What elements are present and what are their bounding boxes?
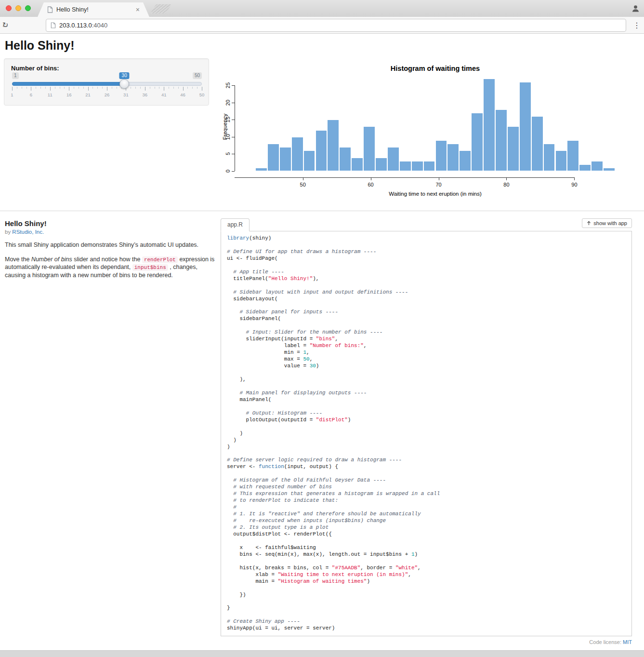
slider-grid-minor-tick	[187, 87, 188, 89]
slider-grid-minor-tick	[74, 87, 74, 89]
slider-grid-minor-tick	[140, 87, 141, 89]
slider-grid-tick	[145, 87, 145, 91]
slider-grid-minor-tick	[117, 87, 117, 89]
y-axis-tick-label: 0	[225, 164, 231, 178]
license-link[interactable]: MIT	[623, 639, 632, 645]
x-axis-tick	[506, 177, 507, 180]
y-axis-tick-label: 5	[225, 147, 231, 161]
histogram-bar	[327, 120, 339, 171]
slider-grid-minor-tick	[64, 87, 65, 89]
browser-menu-icon[interactable]: ⋮	[633, 21, 641, 30]
show-with-app-button[interactable]: show with app	[582, 218, 632, 228]
histogram-bar	[471, 113, 483, 171]
slider-grid-tick	[69, 87, 69, 91]
x-axis-tick-label: 50	[296, 182, 310, 188]
x-axis-title: Waiting time to next eruption (in mins)	[255, 191, 615, 197]
slider-grid-tick	[12, 87, 13, 91]
slider-grid-label: 21	[85, 92, 91, 97]
url-host: 203.0.113.0	[59, 22, 92, 29]
text-segment: slider and notice how the	[72, 256, 142, 263]
x-axis-tick-label: 70	[432, 182, 446, 188]
histogram-bar	[591, 161, 603, 171]
slider-grid-tick	[31, 87, 31, 91]
slider-grid-label: 41	[161, 92, 167, 97]
byline: by RStudio, Inc.	[5, 229, 217, 235]
y-axis-tick	[232, 85, 235, 86]
slider-grid: 16111621263136414650	[12, 87, 202, 99]
code-panel: app.R show with app library(shiny) # Def…	[221, 218, 632, 645]
y-axis-tick	[232, 154, 235, 154]
slider-bar-fill	[12, 82, 124, 86]
slider-grid-label: 50	[199, 92, 205, 97]
slider-grid-minor-tick	[26, 87, 27, 89]
app-description: Hello Shiny! by RStudio, Inc. This small…	[5, 219, 217, 279]
histogram-bar	[291, 137, 303, 171]
histogram-bar	[519, 82, 531, 171]
histogram-bar	[255, 168, 267, 171]
histogram-bar	[279, 147, 291, 171]
x-axis-line	[235, 177, 574, 178]
slider-grid-minor-tick	[169, 87, 169, 89]
minimize-window-button[interactable]	[15, 5, 21, 11]
slider-grid-label: 46	[180, 92, 185, 97]
slider-grid-minor-tick	[92, 87, 93, 89]
histogram-bar	[315, 130, 328, 171]
tab-favicon-icon	[47, 6, 53, 13]
text-segment: Number of bins	[31, 256, 72, 263]
profile-avatar-icon[interactable]	[631, 4, 640, 13]
histogram-bar	[567, 140, 579, 171]
slider-grid-minor-tick	[97, 87, 98, 89]
histogram-bar	[351, 158, 363, 171]
page-title: Hello Shiny!	[5, 39, 74, 53]
slider-grid-minor-tick	[178, 87, 179, 89]
x-axis-tick-label: 80	[499, 182, 513, 188]
zoom-window-button[interactable]	[25, 5, 31, 11]
histogram-bar	[447, 144, 459, 171]
slider-grid-tick	[50, 87, 51, 91]
slider-grid-minor-tick	[60, 87, 60, 89]
browser-chrome: Hello Shiny! × ← → ↻ 203.0.113.0:4040 ⋮	[0, 0, 644, 34]
x-axis-tick-label: 90	[567, 182, 581, 188]
close-window-button[interactable]	[6, 5, 12, 11]
histogram-bar	[339, 147, 351, 171]
slider-grid-minor-tick	[135, 87, 136, 89]
slider-grid-tick	[202, 87, 202, 91]
rstudio-link[interactable]: RStudio, Inc.	[12, 229, 44, 235]
tab-close-icon[interactable]: ×	[136, 6, 140, 13]
histogram-bar	[399, 161, 411, 171]
slider-value-bubble: 30	[119, 72, 130, 79]
slider-grid-tick	[88, 87, 89, 91]
sidebar-panel: Number of bins: 1 50 30 1611162126313641…	[4, 58, 209, 106]
slider-grid-label: 31	[123, 92, 129, 97]
histogram-bar	[495, 109, 507, 171]
y-axis-tick	[232, 171, 235, 172]
new-tab-button[interactable]	[150, 4, 171, 13]
histogram-bar	[579, 164, 591, 171]
slider-grid-minor-tick	[155, 87, 155, 89]
y-axis-tick	[232, 103, 235, 103]
description-paragraph-2: Move the Number of bins slider and notic…	[5, 256, 217, 280]
address-bar[interactable]: 203.0.113.0:4040	[46, 19, 626, 32]
slider-grid-minor-tick	[45, 87, 46, 89]
reload-button[interactable]: ↻	[0, 21, 11, 29]
y-axis-tick-label: 15	[225, 112, 231, 127]
browser-tab[interactable]: Hello Shiny! ×	[38, 2, 149, 17]
bins-slider[interactable]: 1 50 30 16111621263136414650	[12, 72, 202, 102]
slider-grid-minor-tick	[83, 87, 84, 89]
histogram-bar	[267, 144, 279, 171]
histogram-bar	[423, 161, 435, 171]
x-axis-tick	[439, 177, 439, 180]
text-segment: Move the	[5, 256, 31, 263]
slider-grid-minor-tick	[102, 87, 103, 89]
histogram-plot: Histogram of waiting times Waiting time …	[222, 62, 641, 204]
slider-min-label: 1	[12, 72, 19, 79]
byline-prefix: by	[5, 229, 12, 235]
tab-app-r[interactable]: app.R	[221, 218, 250, 231]
page-icon	[51, 22, 56, 28]
slider-grid-tick	[164, 87, 164, 91]
url-text: 203.0.113.0:4040	[59, 22, 107, 29]
histogram-bar	[375, 158, 387, 171]
slider-max-label: 50	[193, 72, 202, 79]
slider-handle[interactable]	[119, 79, 129, 89]
slider-grid-label: 6	[30, 92, 32, 97]
